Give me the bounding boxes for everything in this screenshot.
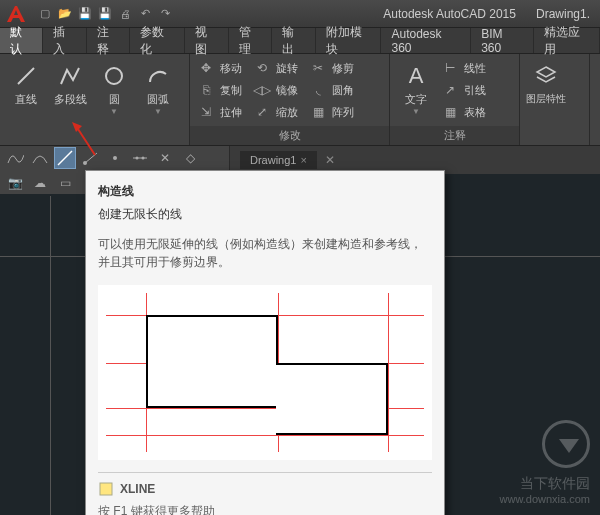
circle-button[interactable]: 圆 ▼: [94, 58, 134, 145]
arc-button[interactable]: 圆弧 ▼: [138, 58, 178, 145]
rotate-icon[interactable]: ⟲: [252, 58, 272, 78]
svg-point-8: [142, 156, 145, 159]
app-name: Autodesk AutoCAD 2015: [383, 7, 516, 21]
tooltip-description: 可以使用无限延伸的线（例如构造线）来创建构造和参考线，并且其可用于修剪边界。: [98, 235, 432, 271]
text-icon: A: [402, 62, 430, 90]
tab-parametric[interactable]: 参数化: [130, 28, 185, 53]
tab-default[interactable]: 默认: [0, 28, 43, 53]
divide-icon[interactable]: [129, 147, 151, 169]
fillet-icon[interactable]: ◟: [308, 80, 328, 100]
plot-icon[interactable]: 🖨: [116, 5, 134, 23]
stretch-icon[interactable]: ⇲: [196, 102, 216, 122]
arc-icon: [144, 62, 172, 90]
copy-icon[interactable]: ⎘: [196, 80, 216, 100]
doc-tab-label: Drawing1: [250, 154, 296, 166]
text-button[interactable]: A 文字 ▼: [396, 58, 436, 124]
quick-access-toolbar: ▢ 📂 💾 💾 🖨 ↶ ↷: [36, 5, 174, 23]
tooltip-title: 构造线: [98, 183, 432, 200]
tab-a360[interactable]: Autodesk 360: [381, 28, 471, 53]
svg-point-7: [136, 156, 139, 159]
panel-title: 注释: [390, 126, 519, 145]
line-button[interactable]: 直线: [6, 58, 46, 145]
tooltip-subtitle: 创建无限长的线: [98, 206, 432, 223]
saveas-icon[interactable]: 💾: [96, 5, 114, 23]
tooltip-command: XLINE: [98, 481, 432, 497]
svg-point-1: [106, 68, 122, 84]
close-icon[interactable]: ×: [300, 154, 306, 166]
svg-rect-11: [100, 483, 112, 495]
chevron-down-icon: ▼: [412, 107, 420, 116]
watermark: 当下软件园 www.downxia.com: [500, 420, 590, 505]
app-logo-icon[interactable]: [4, 2, 28, 26]
watermark-url: www.downxia.com: [500, 493, 590, 505]
move-icon[interactable]: ✥: [196, 58, 216, 78]
trim-icon[interactable]: ✂: [308, 58, 328, 78]
panel-title: 修改: [190, 126, 389, 145]
point-icon[interactable]: [104, 147, 126, 169]
tab-annotate[interactable]: 注释: [87, 28, 130, 53]
spline-cv-icon[interactable]: [29, 147, 51, 169]
command-name: XLINE: [120, 482, 155, 496]
tab-featured[interactable]: 精选应用: [534, 28, 600, 53]
line-icon: [12, 62, 40, 90]
tooltip: 构造线 创建无限长的线 可以使用无限延伸的线（例如构造线）来创建构造和参考线，并…: [85, 170, 445, 515]
measure-icon[interactable]: ✕: [154, 147, 176, 169]
linear-dim-icon[interactable]: ⊢: [440, 58, 460, 78]
region-icon[interactable]: ◇: [179, 147, 201, 169]
callout-arrow-icon: [70, 120, 100, 160]
new-tab-button[interactable]: ✕: [319, 153, 341, 167]
save-icon[interactable]: 💾: [76, 5, 94, 23]
undo-icon[interactable]: ↶: [136, 5, 154, 23]
document-name: Drawing1.: [536, 7, 590, 21]
svg-line-0: [18, 68, 34, 84]
svg-point-5: [113, 156, 117, 160]
mirror-icon[interactable]: ◁▷: [252, 80, 272, 100]
spline-icon[interactable]: [4, 147, 26, 169]
svg-marker-10: [72, 122, 82, 132]
new-icon[interactable]: ▢: [36, 5, 54, 23]
tab-insert[interactable]: 插入: [43, 28, 86, 53]
tab-bim360[interactable]: BIM 360: [471, 28, 534, 53]
tab-output[interactable]: 输出: [272, 28, 315, 53]
open-icon[interactable]: 📂: [56, 5, 74, 23]
tab-addins[interactable]: 附加模块: [316, 28, 382, 53]
panel-layers: 图层特性: [520, 54, 590, 145]
command-icon: [98, 481, 114, 497]
tooltip-help: 按 F1 键获得更多帮助: [98, 503, 432, 515]
download-icon: [542, 420, 590, 468]
camera-icon[interactable]: 📷: [4, 172, 26, 194]
leader-icon[interactable]: ↗: [440, 80, 460, 100]
circle-icon: [100, 62, 128, 90]
tab-manage[interactable]: 管理: [229, 28, 272, 53]
title-text: Autodesk AutoCAD 2015 Drawing1.: [383, 7, 590, 21]
chevron-down-icon: ▼: [110, 107, 118, 116]
table-icon[interactable]: ▦: [440, 102, 460, 122]
watermark-text: 当下软件园: [520, 475, 590, 493]
array-icon[interactable]: ▦: [308, 102, 328, 122]
layer-properties-button[interactable]: 图层特性: [526, 58, 566, 145]
wipeout-icon[interactable]: ▭: [54, 172, 76, 194]
revision-cloud-icon[interactable]: ☁: [29, 172, 51, 194]
layers-icon: [532, 62, 560, 90]
scale-icon[interactable]: ⤢: [252, 102, 272, 122]
panel-annotation: A 文字 ▼ ⊢线性 ↗引线 ▦表格 注释: [390, 54, 520, 145]
svg-line-9: [76, 126, 95, 155]
svg-point-4: [83, 161, 87, 165]
ribbon-tabs: 默认 插入 注释 参数化 视图 管理 输出 附加模块 Autodesk 360 …: [0, 28, 600, 54]
polyline-icon: [56, 62, 84, 90]
tab-view[interactable]: 视图: [185, 28, 228, 53]
redo-icon[interactable]: ↷: [156, 5, 174, 23]
doc-tab[interactable]: Drawing1 ×: [240, 151, 317, 169]
panel-modify: ✥移动 ⟲旋转 ✂修剪 ⎘复制 ◁▷镜像 ◟圆角 ⇲拉伸 ⤢缩放 ▦阵列 修改: [190, 54, 390, 145]
tooltip-diagram: [98, 285, 432, 460]
chevron-down-icon: ▼: [154, 107, 162, 116]
